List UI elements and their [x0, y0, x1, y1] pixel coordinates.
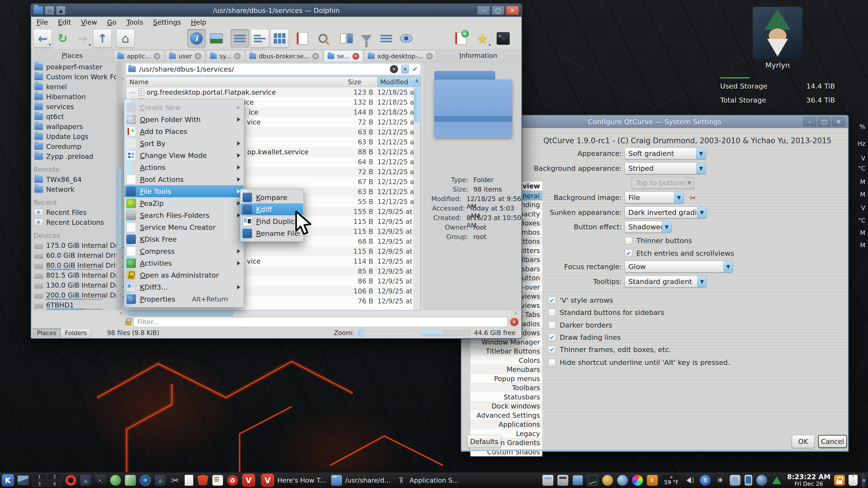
launcher-icon[interactable] [125, 475, 136, 486]
minimize-button[interactable]: – [477, 6, 490, 15]
tray-icon[interactable] [685, 475, 696, 486]
context-menu-item[interactable]: Root Actions [125, 173, 243, 185]
zoom-slider[interactable] [356, 332, 415, 334]
location-bar[interactable]: /usr/share/dbus-1/services/ ✕ ▾ ✔ [126, 63, 421, 75]
launcher-icon[interactable] [80, 475, 91, 486]
launcher-icon[interactable] [185, 475, 193, 486]
launcher-icon[interactable] [95, 475, 106, 486]
maximize-button[interactable]: ▢ [492, 6, 504, 15]
places-item[interactable]: 130.0 GiB Internal Dri... [31, 280, 124, 290]
close-tab-icon[interactable]: ✕ [154, 53, 160, 60]
places-item[interactable]: 6TBHD1 [31, 300, 124, 310]
qtcurve-sidebar-item[interactable]: Advanced Settings [470, 411, 542, 420]
places-scrollbar[interactable] [116, 62, 122, 311]
task-button[interactable]: Application S... [396, 475, 459, 486]
button-effect-combo[interactable]: Shadowed▼ [625, 221, 672, 233]
context-menu-item[interactable]: Properties Alt+Return [125, 293, 243, 305]
filter-button[interactable] [357, 29, 376, 48]
new-tab-button[interactable] [294, 29, 312, 48]
close-tab-icon[interactable]: ✕ [195, 53, 202, 60]
appearance-combo[interactable]: Soft gradient▼ [625, 148, 706, 159]
launcher-icon[interactable] [110, 475, 121, 486]
panel-tab[interactable]: Places [33, 328, 61, 337]
places-item[interactable]: Zypp .preload [31, 151, 124, 161]
scroll-right-icon[interactable]: › [515, 310, 517, 316]
ok-button[interactable]: OK [792, 435, 814, 448]
qtcurve-sidebar-item[interactable]: Window Manager [470, 337, 542, 347]
scrollbar-thumb[interactable] [117, 168, 122, 250]
screen-lock-icon[interactable] [834, 475, 845, 486]
menubar-item[interactable]: Settings [153, 18, 181, 26]
digital-clock[interactable]: 8:23:22 AM Fri Dec 26 [787, 473, 831, 487]
qtcurve-sidebar-item[interactable]: Toolbars [470, 383, 542, 392]
keep-above-button[interactable]: ◇ [45, 6, 54, 15]
minimize-button[interactable]: – [803, 117, 816, 126]
desktop-cell[interactable]: 3 [32, 481, 46, 487]
close-tab-icon[interactable]: ✕ [234, 53, 241, 60]
tray-icon[interactable] [771, 475, 782, 486]
menubar-item[interactable]: File [37, 18, 48, 26]
dolphin-tab[interactable]: sy... ✕ [206, 51, 245, 62]
horizontal-scrollbar[interactable]: ‹ › [126, 311, 511, 316]
tray-icon[interactable] [715, 475, 725, 486]
back-button[interactable]: ←▾ [33, 29, 52, 48]
defaults-button[interactable]: Defaults [467, 435, 501, 448]
task-button[interactable]: /usr/share/d... [331, 475, 391, 486]
option-checkbox[interactable]: ✔ Draw fading lines [548, 333, 621, 341]
forward-button[interactable]: →▾ [73, 29, 92, 48]
information-panel-header[interactable]: Information [435, 50, 522, 62]
scroll-left-icon[interactable]: ‹ [120, 310, 122, 316]
launcher-icon[interactable] [212, 475, 223, 486]
free-space-label[interactable]: 44.6 GiB free [474, 329, 516, 337]
context-menu-item[interactable]: Create New [125, 101, 243, 113]
places-item[interactable]: 175.0 GiB Internal Dri... [31, 240, 124, 250]
places-item[interactable]: Recent Files [31, 207, 124, 217]
launcher-icon[interactable] [140, 475, 151, 486]
menubar-item[interactable]: Go [107, 18, 117, 26]
context-menu-item[interactable]: File Tools [125, 185, 243, 197]
context-menu-item[interactable]: Open Folder With [125, 113, 243, 125]
places-item[interactable]: 801.5 GiB Internal Dri... [31, 270, 124, 280]
menubar-item[interactable]: View [81, 18, 97, 26]
places-item[interactable]: Remote [31, 164, 124, 174]
information-panel-toggle[interactable]: i [187, 29, 206, 48]
compact-view-button[interactable] [250, 29, 269, 48]
places-item[interactable]: Network [31, 184, 124, 194]
dolphin-tab[interactable]: applic... ✕ [114, 51, 164, 62]
icons-view-button[interactable] [270, 29, 289, 48]
desktop-cell[interactable]: 2 [47, 474, 62, 480]
places-item[interactable]: services [31, 102, 124, 111]
bookmarks-button[interactable]: ★▾ [473, 29, 492, 48]
places-item[interactable]: peakperf-master [31, 62, 124, 72]
bg-appearance-combo[interactable]: Striped▼ [625, 162, 706, 174]
show-desktop-icon[interactable] [18, 476, 29, 485]
places-item[interactable]: Recent [31, 197, 124, 207]
up-button[interactable]: ↑ [93, 29, 112, 48]
scrollbar-thumb[interactable] [414, 88, 420, 122]
file-row[interactable]: —org.freedesktop.portal.Flatpak.service … [126, 87, 420, 97]
option-checkbox[interactable]: ✔ Thinner frames, edit boxes, etc. [548, 346, 671, 354]
places-panel-header[interactable]: Places [31, 50, 113, 62]
zoom-slider-handle[interactable] [358, 329, 365, 337]
qtcurve-sidebar-item[interactable]: Applications [470, 420, 542, 429]
column-name[interactable]: Name [126, 77, 348, 87]
terminal-button[interactable]: >_ [494, 29, 513, 48]
qtcurve-sidebar-item[interactable]: Custom Shades [470, 447, 542, 456]
tray-icon[interactable] [587, 475, 598, 486]
qtcurve-sidebar-item[interactable]: Menubars [470, 365, 542, 374]
option-checkbox[interactable]: ✔ Hide shortcut underline until 'Alt' ke… [548, 358, 730, 366]
cancel-button[interactable]: Cancel [818, 435, 847, 448]
details-view-button[interactable] [230, 29, 249, 48]
location-path[interactable]: /usr/share/dbus-1/services/ [139, 65, 387, 73]
qtcurve-sidebar-item[interactable]: Statusbars [470, 392, 542, 401]
file-list-scrollbar[interactable]: ▲ [413, 87, 420, 310]
tray-icon[interactable] [730, 475, 741, 486]
tray-icon[interactable] [632, 475, 643, 486]
launcher-icon[interactable] [170, 475, 181, 486]
dolphin-tab[interactable]: se... ✕ [324, 51, 363, 62]
close-tab-icon[interactable]: ✕ [352, 53, 359, 60]
thinner-buttons-checkbox[interactable]: ✔ Thinner buttons [625, 236, 692, 245]
close-filter-icon[interactable]: ✕ [510, 318, 518, 326]
context-menu-item[interactable]: Open as Administrator [125, 269, 243, 281]
places-item[interactable]: kernel [31, 82, 124, 92]
